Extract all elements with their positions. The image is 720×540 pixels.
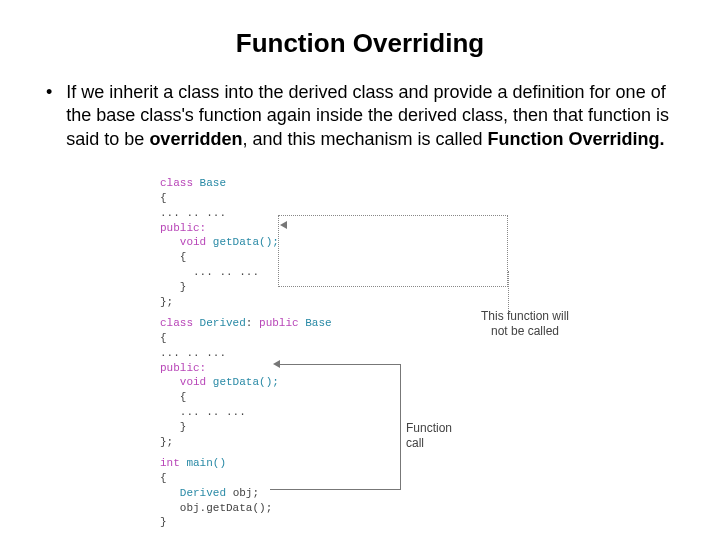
connector-v [400,364,401,490]
type-base-2: Base [299,317,332,329]
brace: } [180,421,187,433]
brace: { [160,472,167,484]
dotted-connector-base [278,215,508,287]
main-code: int main() { Derived obj; obj.getData();… [160,441,272,530]
bullet-dot: • [46,81,52,151]
brace: { [160,332,167,344]
kw-class-1: class [160,177,193,189]
connector-h1 [270,489,400,490]
dots: ... .. ... [160,207,226,219]
dots: ... .. ... [180,406,246,418]
bullet-item: • If we inherit a class into the derived… [46,81,682,151]
bullet-mid: , and this mechanism is called [242,129,487,149]
fn-main: main() [180,457,226,469]
kw-void-1: void [180,236,206,248]
dotted-vline [508,271,509,311]
brace: { [160,192,167,204]
dots: ... .. ... [193,266,259,278]
obj-call: obj.getData(); [180,502,272,514]
fn-getdata-2: getData(); [206,376,279,388]
derived-class-code: class Derived: public Base { ... .. ... … [160,301,332,449]
connector-h2 [280,364,400,365]
annotation-function-call: Function call [406,421,466,450]
base-class-code: class Base { ... .. ... public: void get… [160,161,279,309]
bullet-bold-function-overriding: Function Overriding. [488,129,665,149]
type-base: Base [193,177,226,189]
dots: ... .. ... [160,347,226,359]
brace: } [160,516,167,528]
kw-public-inh: public [259,317,299,329]
bullet-text: If we inherit a class into the derived c… [66,81,682,151]
type-derived-obj: Derived [180,487,226,499]
kw-void-2: void [180,376,206,388]
type-derived: Derived [193,317,246,329]
arrow-head-derived [273,360,280,368]
brace: { [180,391,187,403]
arrow-head-base [280,221,287,229]
kw-public-1: public: [160,222,206,234]
kw-int: int [160,457,180,469]
fn-getdata-1: getData(); [206,236,279,248]
kw-public-2: public: [160,362,206,374]
kw-class-2: class [160,317,193,329]
bullet-bold-overridden: overridden [149,129,242,149]
colon: : [246,317,259,329]
brace: { [180,251,187,263]
brace: } [180,281,187,293]
obj-decl: obj; [226,487,259,499]
slide-title: Function Overriding [38,28,682,59]
code-diagram: class Base { ... .. ... public: void get… [130,161,590,501]
annotation-not-called: This function will not be called [480,309,570,338]
